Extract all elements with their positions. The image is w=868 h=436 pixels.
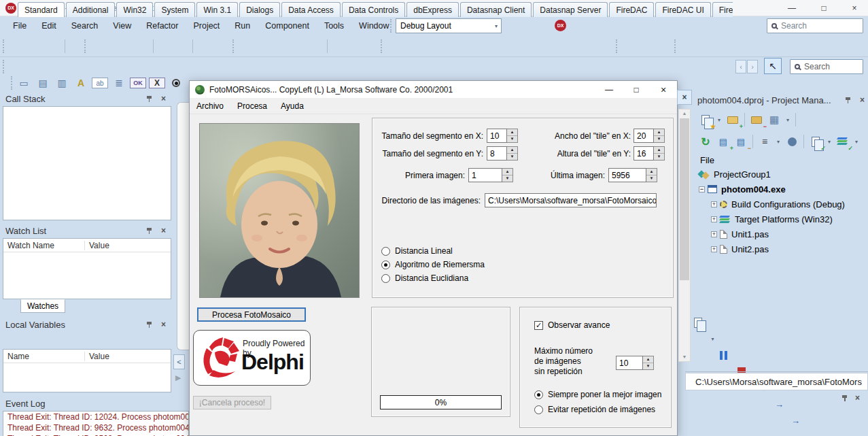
app-menu-ayuda[interactable]: Ayuda [274, 101, 311, 111]
ide-minimize-button[interactable]: — [777, 0, 807, 16]
tab-dialogs[interactable]: Dialogs [239, 2, 280, 17]
collapse-tree-icon[interactable]: ▤− [733, 133, 749, 150]
tab-watches[interactable]: Watches [20, 299, 65, 313]
splitter-collapse-icon[interactable]: < [173, 354, 185, 369]
add-project-icon[interactable]: + [725, 112, 741, 128]
editor-scrollbar[interactable]: ▲ ▼ [678, 109, 691, 362]
radio-evitar-repeticion[interactable]: Evitar repetición de imágenes [534, 405, 655, 414]
close-icon[interactable]: × [161, 95, 166, 102]
desktop-layout-combo[interactable]: Debug Layout ▾ [396, 18, 502, 33]
tree-item-build-configurations[interactable]: + Build Configurations (Debug) [711, 197, 845, 211]
app-maximize-button[interactable]: □ [623, 81, 650, 98]
memo-component-icon[interactable]: ≣ [111, 76, 127, 90]
seg-y-input[interactable]: 8 [487, 146, 507, 161]
radio-algoritmo-riemersma[interactable]: Algoritmo de Riemersma [381, 260, 485, 269]
seg-x-input[interactable]: 10 [487, 129, 507, 143]
menu-refactor[interactable]: Refactor [139, 18, 186, 34]
project-path-field[interactable]: C:\Users\Morsa\software_morsa\FotoMors [685, 373, 868, 390]
collapse-icon[interactable]: − [699, 186, 705, 192]
radio-mejor-imagen[interactable]: Siempre poner la mejor imagen [534, 390, 661, 399]
frames-component-icon[interactable]: ▭ [16, 76, 32, 90]
seg-y-stepper[interactable]: ▲▼ [507, 146, 518, 161]
app-menu-procesa[interactable]: Procesa [230, 101, 274, 111]
tree-item-unit1[interactable]: + Unit1.pas [711, 227, 769, 241]
event-log-panel[interactable]: Thread Exit: Thread ID: 12024. Process p… [3, 411, 189, 436]
app-minimize-button[interactable]: — [595, 81, 623, 98]
tile-y-input[interactable]: 16 [633, 146, 654, 161]
tab-additional[interactable]: Additional [66, 2, 116, 17]
sync-icon[interactable]: ↻ [697, 133, 714, 150]
ide-close-button[interactable]: × [841, 0, 868, 16]
expand-icon[interactable]: + [711, 216, 717, 222]
edit-component-icon[interactable]: ab [92, 78, 108, 88]
expand-icon[interactable]: + [711, 231, 717, 237]
scroll-up-icon[interactable]: ▲ [679, 110, 690, 118]
expand-tree-icon[interactable]: ▤+ [715, 133, 731, 150]
dependencies-icon[interactable] [784, 133, 800, 150]
tree-item-target-platforms[interactable]: + Target Platforms (Win32) [711, 212, 833, 226]
checkbox-component-icon[interactable]: X [149, 78, 165, 88]
tab-scroll-left-icon[interactable]: ‹ [735, 60, 746, 73]
select-cursor-icon[interactable]: ↖ [764, 58, 782, 74]
tab-datasnap-client[interactable]: Datasnap Client [460, 2, 532, 17]
tile-y-stepper[interactable]: ▲▼ [654, 146, 665, 161]
watch-list-panel[interactable]: Watch Name Value [3, 238, 171, 299]
tab-win32[interactable]: Win32 [116, 2, 153, 17]
radiobutton-component-icon[interactable] [168, 76, 184, 90]
tab-firedac[interactable]: FireDAC [609, 2, 654, 17]
menu-tools[interactable]: Tools [317, 18, 351, 34]
menu-view[interactable]: View [105, 18, 139, 34]
observar-avance-checkbox[interactable]: ✓ Observar avance [534, 320, 610, 330]
menu-search[interactable]: Search [64, 18, 106, 34]
watch-value-column[interactable]: Value [85, 241, 109, 250]
editor-close-icon[interactable]: × [677, 90, 692, 105]
scroll-down-icon[interactable]: ▼ [679, 353, 690, 361]
pin-icon[interactable] [146, 95, 153, 102]
tab-datasnap-server[interactable]: Datasnap Server [533, 2, 608, 17]
tab-system[interactable]: System [154, 2, 195, 17]
popupmenu-component-icon[interactable]: ▥ [54, 76, 70, 90]
tab-standard[interactable]: Standard [18, 2, 65, 17]
expand-icon[interactable]: + [711, 246, 717, 252]
value-column[interactable]: Value [85, 352, 109, 361]
watch-name-column[interactable]: Watch Name [3, 241, 85, 250]
menu-file[interactable]: File [5, 18, 34, 34]
views-dropdown-icon[interactable]: ▾ [784, 112, 792, 128]
pin-icon[interactable] [146, 227, 153, 234]
designer-scroll-icon[interactable]: ▶ [175, 373, 181, 382]
app-menu-archivo[interactable]: Archivo [190, 101, 230, 111]
compile-dropdown-icon[interactable]: ▾ [852, 133, 861, 150]
local-variables-panel[interactable]: Name Value [3, 349, 171, 392]
call-stack-panel[interactable] [3, 106, 171, 220]
app-titlebar[interactable]: FotoMORSAicos... CopyLeft (L) La_Morsa S… [190, 81, 677, 98]
radio-distancia-euclidiana[interactable]: Distancia Euclidiana [381, 273, 468, 283]
last-image-input[interactable]: 5956 [608, 168, 646, 182]
ide-maximize-button[interactable]: □ [809, 0, 839, 16]
menu-component[interactable]: Component [258, 18, 317, 34]
menu-run[interactable]: Run [227, 18, 258, 34]
tile-x-stepper[interactable]: ▲▼ [654, 129, 665, 143]
scrollbar-thumb[interactable] [680, 118, 689, 280]
expand-icon[interactable]: + [711, 201, 717, 207]
tree-item-photom004-exe[interactable]: − photom004.exe [699, 182, 786, 196]
seg-x-stepper[interactable]: ▲▼ [507, 129, 518, 143]
pin-icon[interactable] [841, 395, 848, 401]
tree-item-unit2[interactable]: + Unit2.pas [711, 242, 769, 256]
new-project-dropdown-icon[interactable]: ▾ [715, 112, 723, 128]
close-icon[interactable]: × [161, 321, 166, 328]
sort-list-icon[interactable]: ≡ [757, 133, 773, 150]
views-icon[interactable]: ▦ [766, 112, 782, 128]
build-dropdown-icon[interactable]: ▾ [825, 133, 833, 150]
menu-project[interactable]: Project [186, 18, 227, 34]
tab-scroll-right-icon[interactable]: › [747, 60, 758, 73]
sort-dropdown-icon[interactable]: ▾ [774, 133, 782, 150]
label-component-icon[interactable]: A [73, 76, 89, 90]
new-project-icon[interactable]: ★ [697, 112, 714, 128]
tab-dbexpress[interactable]: dbExpress [406, 2, 459, 17]
close-icon[interactable]: × [855, 395, 860, 401]
app-close-button[interactable]: × [650, 81, 677, 98]
mainmenu-component-icon[interactable]: ▤ [35, 76, 51, 90]
compile-all-icon[interactable]: ✓ [835, 133, 851, 150]
name-column[interactable]: Name [3, 352, 85, 361]
first-image-input[interactable]: 1 [468, 168, 502, 182]
